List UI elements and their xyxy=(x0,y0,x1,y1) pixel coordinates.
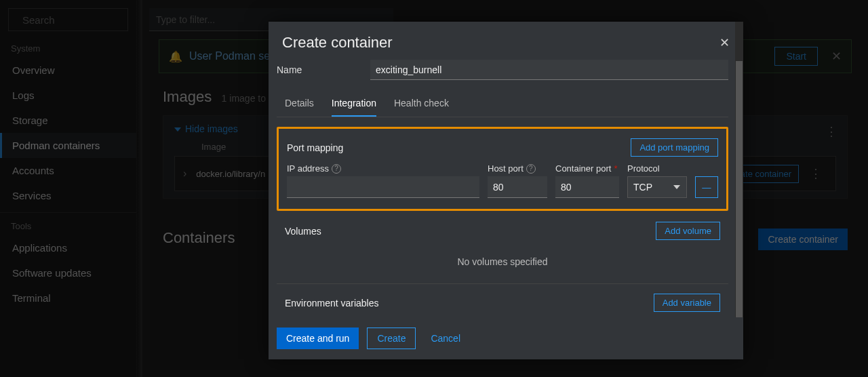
add-volume-button[interactable]: Add volume xyxy=(656,222,720,240)
volumes-title: Volumes xyxy=(285,226,321,237)
create-container-modal: Create container ✕ Name Details Integrat… xyxy=(269,22,743,359)
port-mapping-section: Port mapping Add port mapping IP address… xyxy=(277,127,728,211)
protocol-label: Protocol xyxy=(627,163,660,174)
host-port-label: Host port xyxy=(488,163,524,174)
name-label: Name xyxy=(277,64,358,75)
tab-health-check[interactable]: Health check xyxy=(394,91,449,117)
required-asterisk: * xyxy=(614,163,617,174)
modal-title: Create container xyxy=(282,34,393,52)
name-input[interactable] xyxy=(370,60,728,80)
tab-details[interactable]: Details xyxy=(285,91,314,117)
env-vars-title: Environment variables xyxy=(285,298,379,309)
modal-scrollbar[interactable] xyxy=(735,22,743,359)
cancel-button[interactable]: Cancel xyxy=(424,328,467,349)
modal-tabs: Details Integration Health check xyxy=(277,91,728,117)
protocol-select[interactable]: TCP xyxy=(627,176,687,198)
minus-icon: — xyxy=(702,182,711,193)
host-port-input[interactable] xyxy=(488,176,547,198)
remove-port-mapping-button[interactable]: — xyxy=(695,176,718,198)
create-button[interactable]: Create xyxy=(367,328,416,349)
tab-integration[interactable]: Integration xyxy=(332,91,376,117)
ip-address-input[interactable] xyxy=(287,176,479,198)
container-port-label: Container port xyxy=(555,163,611,174)
volumes-empty-text: No volumes specified xyxy=(285,247,720,283)
ip-address-label: IP address xyxy=(287,163,329,174)
help-icon[interactable]: ? xyxy=(526,164,536,174)
add-variable-button[interactable]: Add variable xyxy=(654,294,720,312)
modal-close-icon[interactable]: ✕ xyxy=(719,35,730,50)
port-mapping-title: Port mapping xyxy=(287,142,343,153)
help-icon[interactable]: ? xyxy=(332,164,341,174)
add-port-mapping-button[interactable]: Add port mapping xyxy=(631,138,718,157)
modal-footer: Create and run Create Cancel xyxy=(269,317,743,359)
container-port-input[interactable] xyxy=(555,176,619,198)
create-and-run-button[interactable]: Create and run xyxy=(277,328,359,349)
